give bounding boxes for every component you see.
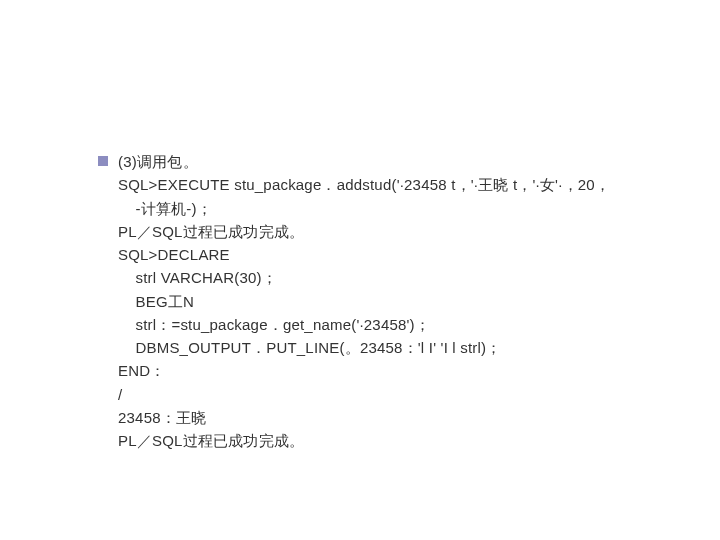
bullet-square [98,156,108,166]
code-line: strl：=stu_package．get_name('·23458')； [118,313,690,336]
bullet-block: (3)调用包。 SQL>EXECUTE stu_package．addstud(… [98,150,690,452]
code-line: / [118,383,690,406]
slide: (3)调用包。 SQL>EXECUTE stu_package．addstud(… [0,0,720,540]
code-content: (3)调用包。 SQL>EXECUTE stu_package．addstud(… [118,150,690,452]
code-line: SQL>EXECUTE stu_package．addstud('·23458 … [118,173,690,196]
code-line: BEG工N [118,290,690,313]
code-line: 23458：王晓 [118,406,690,429]
code-line: PL／SQL过程已成功完成。 [118,220,690,243]
code-line: SQL>DECLARE [118,243,690,266]
code-line: END： [118,359,690,382]
code-line: strl VARCHAR(30)； [118,266,690,289]
code-line: PL／SQL过程已成功完成。 [118,429,690,452]
code-line: -计算机-)； [118,197,690,220]
code-line: (3)调用包。 [118,150,690,173]
code-line: DBMS_OUTPUT．PUT_LINE(。23458：'l I' 'I l s… [118,336,690,359]
